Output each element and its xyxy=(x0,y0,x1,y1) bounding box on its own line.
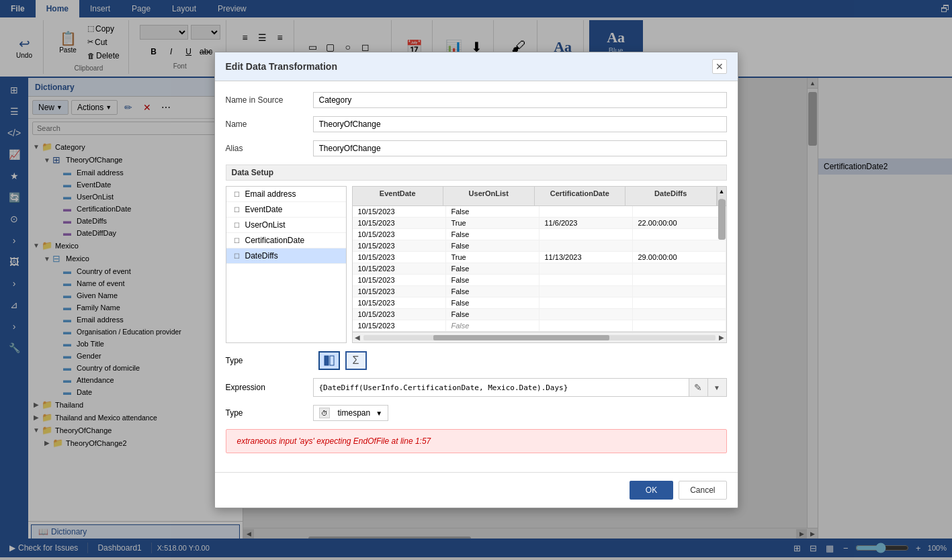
modal-close-button[interactable]: ✕ xyxy=(712,59,727,74)
type-row: Type Σ xyxy=(226,351,727,370)
cell-1-datediffs: 22.00:00:00 xyxy=(633,218,726,228)
cell-9-useronlist: False xyxy=(446,309,539,320)
field-item-datediffs[interactable]: ☐ DateDiffs xyxy=(226,248,346,264)
grid-vscroll[interactable]: ▲ ▼ xyxy=(717,187,726,205)
cell-2-certdate xyxy=(539,229,633,240)
cell-4-eventdate: 10/15/2023 xyxy=(353,252,446,263)
cell-4-datediffs: 29.00:00:00 xyxy=(633,252,726,263)
cell-5-certdate xyxy=(539,263,633,274)
grid-body: 10/15/2023 False 10/15/2023 True 11/6/20… xyxy=(353,206,726,332)
field-item-eventdate[interactable]: ☐ EventDate xyxy=(226,202,346,218)
cell-3-eventdate: 10/15/2023 xyxy=(353,240,446,251)
cell-9-datediffs xyxy=(633,309,726,320)
grid-row-7: 10/15/2023 False xyxy=(353,286,726,297)
grid-row-0: 10/15/2023 False xyxy=(353,206,726,218)
field-item-email[interactable]: ☐ Email address xyxy=(226,187,346,202)
field-label-email: Email address xyxy=(245,189,296,199)
type-expression-button[interactable]: Σ xyxy=(345,351,367,370)
field-checkbox-eventdate: ☐ xyxy=(232,204,243,215)
sigma-icon: Σ xyxy=(353,355,359,367)
grid-vscroll-up[interactable]: ▲ xyxy=(718,187,726,196)
field-label-datediffs: DateDiffs xyxy=(245,251,278,261)
cell-1-useronlist: True xyxy=(446,218,539,228)
field-label-certdate: CertificationDate xyxy=(245,236,305,245)
modal-footer: OK Cancel xyxy=(215,472,738,508)
name-label: Name xyxy=(226,120,313,129)
expression-dropdown-button[interactable]: ▼ xyxy=(707,379,726,396)
header-useronlist: UserOnList xyxy=(443,187,535,205)
fields-list: ☐ Email address ☐ EventDate ☐ UserOnList… xyxy=(226,186,347,343)
grid-row-6: 10/15/2023 False xyxy=(353,275,726,286)
grid-vscroll-thumb[interactable] xyxy=(718,199,726,240)
grid-hscroll[interactable]: ◀ ▶ xyxy=(353,332,726,342)
expression-edit-button[interactable]: ✎ xyxy=(689,379,707,396)
svg-rect-1 xyxy=(330,356,334,365)
cell-7-certdate xyxy=(539,286,633,297)
alias-label: Alias xyxy=(226,144,313,153)
edit-data-transformation-modal: Edit Data Transformation ✕ Name in Sourc… xyxy=(214,52,738,508)
grid-hscroll-track xyxy=(363,335,716,340)
error-text: extraneous input 'ays' expecting EndOfFi… xyxy=(237,436,431,446)
cell-6-datediffs xyxy=(633,275,726,285)
cell-0-useronlist: False xyxy=(446,206,539,217)
cell-0-datediffs xyxy=(633,206,726,217)
cell-7-useronlist: False xyxy=(446,286,539,297)
field-label-eventdate: EventDate xyxy=(245,205,283,214)
grid-hscroll-right[interactable]: ▶ xyxy=(717,333,726,342)
grid-row-4: 10/15/2023 True 11/13/2023 29.00:00:00 xyxy=(353,252,726,263)
header-datediffs: DateDiffs xyxy=(625,187,717,205)
cell-2-eventdate: 10/15/2023 xyxy=(353,229,446,240)
cell-8-datediffs xyxy=(633,297,726,308)
expression-label: Expression xyxy=(226,383,313,392)
grid-hscroll-thumb[interactable] xyxy=(433,335,609,340)
name-in-source-input[interactable] xyxy=(313,92,727,108)
type-label: Type xyxy=(226,356,313,365)
data-grid-header: EventDate UserOnList CertificationDate D… xyxy=(353,187,726,206)
type2-row: Type ⏱ timespan ▼ xyxy=(226,405,727,421)
cell-10-certdate xyxy=(539,320,633,331)
grid-row-3: 10/15/2023 False xyxy=(353,240,726,252)
cell-6-certdate xyxy=(539,275,633,285)
cell-5-useronlist: False xyxy=(446,263,539,274)
cell-10-datediffs xyxy=(633,320,726,331)
field-checkbox-useronlist: ☐ xyxy=(232,220,243,230)
cell-0-eventdate: 10/15/2023 xyxy=(353,206,446,217)
type-column-button[interactable] xyxy=(318,351,340,370)
cell-3-useronlist: False xyxy=(446,240,539,251)
alias-input[interactable] xyxy=(313,140,727,156)
cancel-button[interactable]: Cancel xyxy=(679,481,726,500)
header-certdate: CertificationDate xyxy=(535,187,626,205)
cell-0-certdate xyxy=(539,206,633,217)
field-item-certdate[interactable]: ☐ CertificationDate xyxy=(226,233,346,248)
cell-8-certdate xyxy=(539,297,633,308)
cell-3-datediffs xyxy=(633,240,726,251)
type2-select[interactable]: ⏱ timespan ▼ xyxy=(313,405,389,421)
cell-4-useronlist: True xyxy=(446,252,539,263)
name-row: Name xyxy=(226,116,727,132)
grid-row-2: 10/15/2023 False xyxy=(353,229,726,240)
field-item-useronlist[interactable]: ☐ UserOnList xyxy=(226,218,346,233)
type2-dropdown-icon: ▼ xyxy=(376,410,382,417)
timespan-icon: ⏱ xyxy=(319,408,330,418)
modal-body: Name in Source Name Alias Data Setup ☐ xyxy=(215,81,738,472)
expression-input[interactable] xyxy=(314,381,689,395)
cell-1-eventdate: 10/15/2023 xyxy=(353,218,446,228)
name-in-source-label: Name in Source xyxy=(226,95,313,105)
grid-row-9: 10/15/2023 False xyxy=(353,309,726,320)
cell-6-useronlist: False xyxy=(446,275,539,285)
name-input[interactable] xyxy=(313,116,727,132)
ok-button[interactable]: OK xyxy=(630,481,673,500)
cell-5-eventdate: 10/15/2023 xyxy=(353,263,446,274)
field-label-useronlist: UserOnList xyxy=(245,220,286,230)
cell-9-certdate xyxy=(539,309,633,320)
grid-row-1: 10/15/2023 True 11/6/2023 22.00:00:00 xyxy=(353,218,726,229)
cell-4-certdate: 11/13/2023 xyxy=(539,252,633,263)
grid-hscroll-left[interactable]: ◀ xyxy=(353,333,362,342)
field-checkbox-email: ☐ xyxy=(232,189,243,199)
cell-7-datediffs xyxy=(633,286,726,297)
header-eventdate: EventDate xyxy=(353,187,444,205)
data-grid-wrapper: EventDate UserOnList CertificationDate D… xyxy=(352,186,727,343)
cell-7-eventdate: 10/15/2023 xyxy=(353,286,446,297)
cell-8-useronlist: False xyxy=(446,297,539,308)
error-area: extraneous input 'ays' expecting EndOfFi… xyxy=(226,429,727,453)
